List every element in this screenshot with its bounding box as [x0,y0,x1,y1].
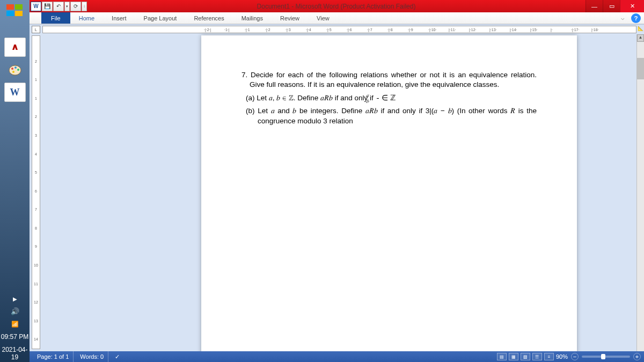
undo-icon[interactable]: ↶ [53,2,64,11]
tab-selector[interactable]: L [32,26,40,33]
svg-point-4 [12,71,14,73]
status-bar: Page: 1 of 1 Words: 0 ✓ ▤ ▦ ▧ ☰ ≡ 90% − … [30,351,644,362]
zoom-in-button[interactable]: + [633,353,641,360]
save-icon[interactable]: 💾 [42,2,53,11]
ruler-toggle-icon[interactable]: 📐 [636,26,644,34]
zoom-control: 90% − + [556,353,641,360]
document-page[interactable]: 7. Decide for each of the following rela… [201,35,577,351]
file-tab[interactable]: File [41,12,70,24]
minimize-button[interactable]: — [586,0,603,12]
draft-view-icon[interactable]: ≡ [544,353,554,360]
undo-dropdown-icon[interactable]: ▾ [64,2,70,11]
word-taskbar-icon[interactable]: W [4,83,26,102]
vertical-scrollbar[interactable]: ▲ [636,34,644,351]
tab-insert[interactable]: Insert [103,12,135,24]
word-count[interactable]: Words: 0 [76,351,108,362]
zoom-level[interactable]: 90% [556,353,568,360]
scroll-thumb[interactable] [637,58,644,79]
tab-mailings[interactable]: Mailings [233,12,272,24]
paint-icon[interactable] [4,60,26,79]
question-7b: (b) Let 𝑎 and 𝑏 be integers. Define 𝑎𝑅𝑏 … [258,106,537,125]
ribbon-minimize-icon[interactable]: ⌵ [621,14,625,21]
tab-review[interactable]: Review [272,12,308,24]
close-button[interactable]: ✕ [620,0,644,12]
outline-view-icon[interactable]: ☰ [532,353,542,360]
clock-date[interactable]: 2021-04-19 [0,345,30,362]
fullscreen-view-icon[interactable]: ▦ [509,353,518,360]
start-button[interactable] [4,2,26,18]
tab-references[interactable]: References [185,12,232,24]
ribbon-tabs: File Home Insert Page Layout References … [30,12,644,24]
proofing-icon[interactable]: ✓ [111,351,124,362]
svg-point-1 [11,68,13,70]
quick-access-toolbar: W 💾 ↶ ▾ ⟳ ⁝ [30,2,87,11]
svg-point-3 [17,69,19,71]
tab-page-layout[interactable]: Page Layout [135,12,186,24]
horizontal-ruler[interactable]: ·|·2·|·1·|·|·1·|·2·|·3·|·4·|·5·|·6·|·7·|… [42,26,636,33]
question-7: 7. Decide for each of the following rela… [250,70,537,90]
app-name: Microsoft Word (Product Activation Faile… [296,3,416,10]
tab-home[interactable]: Home [70,12,103,24]
word-app-icon[interactable]: W [31,2,41,11]
document-area: L ·|·2·|·1·|·|·1·|·2·|·3·|·4·|·5·|·6·|·7… [30,24,644,351]
tab-view[interactable]: View [308,12,338,24]
maximize-button[interactable]: ▭ [603,0,620,12]
redo-icon[interactable]: ⟳ [70,2,81,11]
scroll-up-icon[interactable]: ▲ [637,34,644,42]
question-7a: (a) Let 𝑎, 𝑏 ∈ ℤ. Define 𝑎𝑅𝑏 if and only… [258,93,537,104]
tray-arrow-icon[interactable]: ▶ [0,295,30,303]
zoom-slider[interactable] [582,356,630,358]
document-name: Document1 [257,3,290,10]
sound-icon[interactable]: 🔊 [0,306,30,316]
svg-point-2 [14,67,17,69]
windows-taskbar: W ▶ 🔊 📶 09:57 PM 2021-04-19 [0,0,30,362]
vertical-ruler[interactable]: 211234567891011121314 [32,35,40,349]
zoom-out-button[interactable]: − [571,353,579,360]
word-window: W 💾 ↶ ▾ ⟳ ⁝ Document1 - Microsoft Word (… [30,0,644,362]
web-layout-view-icon[interactable]: ▧ [521,353,530,360]
acrobat-icon[interactable] [4,38,26,57]
print-layout-view-icon[interactable]: ▤ [497,353,507,360]
clock-time[interactable]: 09:57 PM [0,332,30,342]
fraction: 𝑎𝑏 [377,93,379,104]
page-indicator[interactable]: Page: 1 of 1 [33,351,74,362]
qat-customize-icon[interactable]: ⁝ [82,2,87,11]
network-icon[interactable]: 📶 [0,320,30,329]
window-controls: — ▭ ✕ [586,0,644,12]
help-button[interactable]: ? [631,13,641,23]
window-title: Document1 - Microsoft Word (Product Acti… [87,3,586,10]
titlebar: W 💾 ↶ ▾ ⟳ ⁝ Document1 - Microsoft Word (… [30,0,644,12]
